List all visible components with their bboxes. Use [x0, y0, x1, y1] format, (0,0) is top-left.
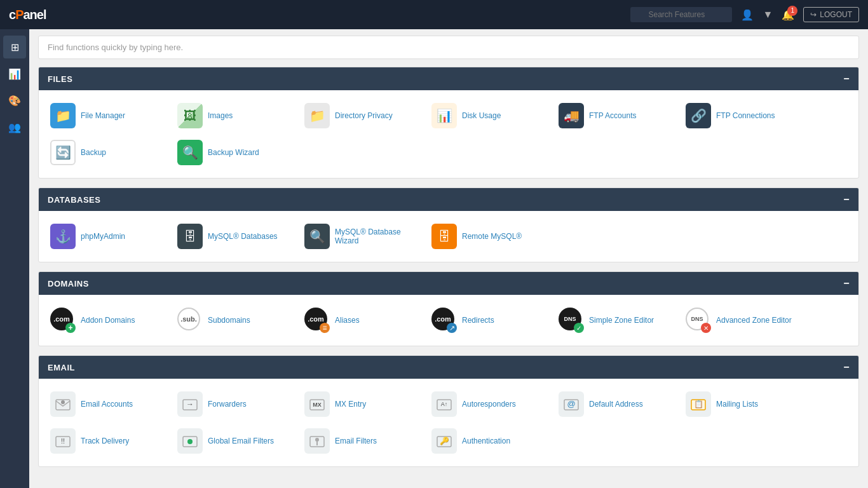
sidebar: ⊞ 📊 🎨 👥	[0, 29, 29, 488]
list-item[interactable]: Email Accounts	[46, 389, 167, 419]
mx-entry-label: MX Entry	[335, 400, 366, 409]
domains-title: DOMAINS	[48, 279, 89, 288]
list-item[interactable]: 📁 Directory Privacy	[301, 100, 421, 131]
main-layout: ⊞ 📊 🎨 👥 Find functions quickly by typing…	[0, 29, 868, 488]
authentication-label: Authentication	[462, 437, 510, 445]
mailing-lists-icon: 📋	[686, 391, 711, 417]
email-collapse-btn[interactable]: −	[843, 362, 850, 372]
default-address-icon: @	[559, 391, 584, 417]
list-item[interactable]: 📋 Mailing Lists	[682, 389, 803, 419]
domains-collapse-btn[interactable]: −	[843, 278, 850, 288]
addon-domains-label: Addon Domains	[81, 316, 135, 325]
list-item[interactable]: DNS ✓ Simple Zone Editor	[555, 305, 675, 336]
aliases-icon: .com ≡	[304, 308, 330, 333]
mysql-databases-icon: 🗄	[177, 224, 203, 249]
images-icon: 🖼	[177, 103, 203, 128]
list-item[interactable]: .com + Addon Domains	[46, 305, 167, 336]
svg-text:🔑: 🔑	[440, 436, 449, 445]
logout-icon: ↪	[810, 10, 817, 19]
domains-section-header: DOMAINS −	[39, 272, 858, 295]
authentication-icon: 🔑	[431, 428, 457, 454]
list-item[interactable]: ⚓ phpMyAdmin	[46, 221, 167, 252]
email-accounts-label: Email Accounts	[81, 400, 133, 409]
user-icon[interactable]: 👤	[741, 9, 754, 21]
sidebar-item-theme[interactable]: 🎨	[3, 89, 26, 112]
databases-section-header: DATABASES −	[39, 188, 858, 211]
list-item[interactable]: 🔗 FTP Connections	[682, 100, 803, 131]
quick-search-box[interactable]: Find functions quickly by typing here.	[38, 36, 859, 59]
list-item[interactable]: 🔍 Backup Wizard	[173, 137, 294, 168]
phpmyadmin-label: phpMyAdmin	[81, 232, 125, 241]
simple-zone-label: Simple Zone Editor	[589, 316, 654, 325]
list-item[interactable]: !! Track Delivery	[46, 426, 167, 456]
aliases-label: Aliases	[335, 316, 360, 325]
list-item[interactable]: 🔑 Authentication	[428, 426, 548, 456]
svg-point-15	[187, 439, 193, 444]
dropdown-icon[interactable]: ▼	[763, 9, 773, 20]
mx-entry-icon: MX	[304, 391, 330, 417]
search-wrap	[630, 7, 732, 22]
email-section-body: Email Accounts → Forwarders MX MX Entry	[39, 379, 858, 466]
list-item[interactable]: .com ≡ Aliases	[301, 305, 421, 336]
section-databases: DATABASES − ⚓ phpMyAdmin 🗄 MySQL® Databa…	[38, 187, 859, 262]
databases-collapse-btn[interactable]: −	[843, 194, 850, 205]
svg-text:A↑: A↑	[441, 401, 448, 407]
sidebar-item-stats[interactable]: 📊	[3, 62, 26, 85]
forwarders-label: Forwarders	[208, 400, 247, 409]
remote-mysql-icon: 🗄	[431, 224, 457, 249]
backup-label: Backup	[81, 148, 106, 157]
list-item[interactable]: 🖼 Images	[173, 100, 294, 131]
logout-label: LOGOUT	[820, 10, 852, 19]
svg-text:@: @	[567, 399, 575, 409]
mailing-lists-label: Mailing Lists	[716, 400, 758, 409]
email-accounts-icon	[50, 391, 76, 417]
email-filters-label: Email Filters	[335, 437, 377, 445]
list-item[interactable]: 🗄 Remote MySQL®	[428, 221, 548, 252]
ftp-accounts-icon: 🚚	[559, 103, 584, 128]
files-title: FILES	[48, 74, 72, 84]
list-item[interactable]: 🔄 Backup	[46, 137, 167, 168]
global-email-filters-label: Global Email Filters	[208, 437, 274, 445]
list-item[interactable]: DNS ✕ Advanced Zone Editor	[682, 305, 803, 336]
list-item[interactable]: Email Filters	[301, 426, 421, 456]
list-item[interactable]: Global Email Filters	[173, 426, 294, 456]
list-item[interactable]: 🔍 MySQL® Database Wizard	[301, 221, 421, 252]
svg-text:→: →	[186, 400, 194, 409]
files-collapse-btn[interactable]: −	[843, 74, 850, 84]
logout-button[interactable]: ↪ LOGOUT	[803, 7, 859, 22]
section-domains: DOMAINS − .com + Addon Domains .sub. Sub…	[38, 271, 859, 346]
list-item[interactable]: 🚚 FTP Accounts	[555, 100, 675, 131]
list-item[interactable]: .com ↗ Redirects	[428, 305, 548, 336]
subdomains-label: Subdomains	[208, 316, 250, 325]
grid-icon: ⊞	[11, 41, 19, 53]
navbar-right: 👤 ▼ 🔔 1 ↪ LOGOUT	[630, 7, 859, 22]
email-title: EMAIL	[48, 363, 75, 372]
databases-title: DATABASES	[48, 195, 100, 205]
notification-badge: 1	[787, 6, 797, 16]
list-item[interactable]: .sub. Subdomains	[173, 305, 294, 336]
sidebar-item-users[interactable]: 👥	[3, 116, 26, 139]
sidebar-item-grid[interactable]: ⊞	[3, 36, 26, 58]
list-item[interactable]: 📊 Disk Usage	[428, 100, 548, 131]
disk-usage-icon: 📊	[431, 103, 457, 128]
track-delivery-icon: !!	[50, 428, 76, 454]
notification-bell[interactable]: 🔔 1	[782, 9, 794, 21]
list-item[interactable]: MX MX Entry	[301, 389, 421, 419]
backup-icon: 🔄	[50, 140, 76, 165]
list-item[interactable]: 🗄 MySQL® Databases	[173, 221, 294, 252]
redirects-label: Redirects	[462, 316, 494, 325]
list-item[interactable]: → Forwarders	[173, 389, 294, 419]
autoresponders-label: Autoresponders	[462, 400, 516, 409]
mysql-wizard-label: MySQL® Database Wizard	[335, 227, 417, 245]
search-features-input[interactable]	[630, 7, 732, 22]
list-item[interactable]: A↑ Autoresponders	[428, 389, 548, 419]
list-item[interactable]: 📁 File Manager	[46, 100, 167, 131]
files-section-body: 📁 File Manager 🖼 Images 📁 Directory Priv…	[39, 90, 858, 178]
dir-privacy-icon: 📁	[304, 103, 330, 128]
cpanel-logo: cPanel	[9, 8, 46, 22]
backup-wizard-icon: 🔍	[177, 140, 203, 165]
stats-icon: 📊	[8, 68, 21, 80]
ftp-accounts-label: FTP Accounts	[589, 111, 636, 120]
list-item[interactable]: @ Default Address	[555, 389, 675, 419]
forwarders-icon: →	[177, 391, 203, 417]
